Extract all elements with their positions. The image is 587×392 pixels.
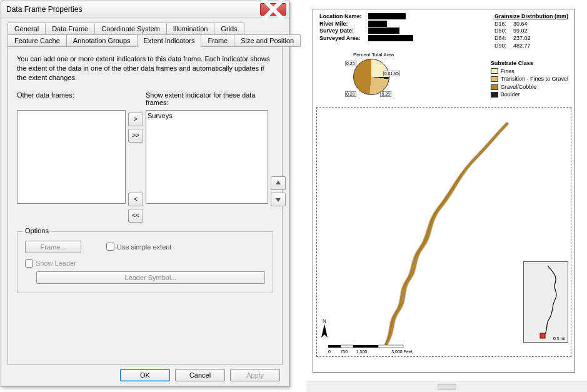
pie-label: 0.25 (345, 61, 356, 66)
scale-bar: 0 750 1,500 3,000 Feet (328, 344, 428, 354)
swatch-gravel (491, 84, 498, 90)
horizontal-scrollbar[interactable] (306, 381, 587, 392)
description-text: You can add one or more extent indicator… (17, 54, 273, 83)
swatch-transition (491, 76, 498, 82)
river-mile-label: River Mile: (319, 21, 368, 28)
pie-label: 0.25 (380, 91, 391, 97)
main-map-frame[interactable]: N 0 750 1,500 3,000 Feet 0 5 mi (316, 107, 571, 357)
tab-coordinate-system[interactable]: Coordinate System (94, 23, 167, 35)
arrow-down-icon (275, 196, 281, 203)
location-name-label: Location Name: (319, 13, 368, 21)
surveyed-area-label: Surveyed Area: (319, 35, 368, 43)
grainsize-block: Grainsize Distribution (mm) D16:30.64 D5… (494, 13, 568, 49)
leader-symbol-button[interactable]: Leader Symbol... (36, 271, 265, 284)
close-icon (261, 0, 286, 22)
scrollbar-handle[interactable] (438, 384, 456, 390)
data-frame-properties-dialog: Data Frame Properties General Data Frame… (1, 1, 289, 387)
arrow-up-icon (275, 180, 281, 186)
report-page: Location Name: River Mile: Survey Date: … (313, 9, 575, 373)
svg-rect-1 (341, 345, 353, 348)
pie-title: Percent Total Area (353, 52, 394, 58)
swatch-boulder (491, 92, 498, 98)
show-frames-listbox[interactable]: Surveys (146, 110, 268, 204)
pie-chart: Percent Total Area 0.25 0.01.95 0.25 0.2… (353, 52, 394, 95)
river-mile-value (368, 21, 387, 27)
north-arrow-icon (321, 324, 328, 340)
move-all-left-button[interactable]: << (128, 209, 143, 223)
surveyed-area-value (368, 35, 413, 41)
cancel-button[interactable]: Cancel (175, 369, 225, 381)
survey-date-label: Survey Date: (319, 28, 368, 35)
use-simple-extent-input[interactable] (106, 243, 114, 251)
tab-strip: General Data Frame Coordinate System Ill… (1, 18, 289, 366)
location-name-value (368, 13, 406, 19)
tab-illumination[interactable]: Illumination (166, 23, 215, 35)
svg-rect-3 (378, 345, 403, 348)
grainsize-title: Grainsize Distribution (mm) (494, 13, 568, 21)
tab-annotation-groups[interactable]: Annotation Groups (66, 34, 138, 47)
pie-label: 0.01.95 (383, 71, 400, 76)
move-right-button[interactable]: > (128, 113, 143, 126)
substrate-title: Substrate Class (491, 59, 568, 68)
titlebar[interactable]: Data Frame Properties (1, 1, 289, 18)
survey-date-value (368, 28, 399, 34)
substrate-legend: Substrate Class Fines Transition - Fines… (491, 59, 568, 99)
layout-preview[interactable]: Location Name: River Mile: Survey Date: … (306, 0, 587, 392)
report-header: Location Name: River Mile: Survey Date: … (319, 13, 413, 43)
move-all-right-button[interactable]: >> (128, 129, 143, 143)
tab-feature-cache[interactable]: Feature Cache (8, 34, 67, 47)
list-item[interactable]: Surveys (148, 112, 266, 119)
close-button[interactable] (260, 3, 286, 16)
tab-data-frame[interactable]: Data Frame (45, 23, 95, 35)
extent-indicators-panel: You can add one or more extent indicator… (8, 46, 283, 365)
north-arrow: N (321, 318, 328, 341)
move-up-button[interactable] (271, 176, 286, 190)
pie-graphic: 0.25 0.01.95 0.25 0.28 (353, 59, 389, 95)
other-frames-listbox[interactable] (17, 110, 126, 204)
options-legend: Options (23, 227, 51, 234)
other-frames-label: Other data frames: (17, 91, 126, 108)
tab-general[interactable]: General (8, 23, 46, 35)
swatch-fines (491, 68, 498, 74)
apply-button[interactable]: Apply (230, 369, 280, 381)
inset-path (524, 262, 569, 343)
tab-grids[interactable]: Grids (214, 23, 244, 35)
tab-extent-indicators[interactable]: Extent Indicators (137, 34, 202, 47)
options-group: Options Frame... Use simple extent Show … (17, 231, 273, 293)
frame-button[interactable]: Frame... (25, 241, 81, 253)
use-simple-extent-checkbox[interactable]: Use simple extent (106, 243, 171, 251)
dialog-button-bar: OK Cancel Apply (120, 369, 280, 381)
show-leader-input[interactable] (25, 259, 33, 268)
ok-button[interactable]: OK (120, 369, 170, 381)
svg-rect-0 (328, 345, 341, 348)
svg-rect-2 (353, 345, 378, 348)
pie-label: 0.28 (345, 91, 356, 97)
svg-rect-4 (540, 333, 545, 338)
move-down-button[interactable] (271, 193, 286, 206)
tab-size-and-position[interactable]: Size and Position (234, 34, 301, 47)
dialog-title: Data Frame Properties (6, 5, 260, 14)
inset-map[interactable]: 0 5 mi (523, 261, 568, 343)
inset-scale: 0 5 mi (553, 336, 565, 341)
tab-frame[interactable]: Frame (201, 34, 234, 47)
move-left-button[interactable]: < (128, 193, 143, 206)
scale-bar-graphic (328, 344, 428, 349)
show-frames-label: Show extent indicator for these data fra… (146, 91, 268, 108)
show-leader-checkbox[interactable]: Show Leader (25, 259, 265, 268)
